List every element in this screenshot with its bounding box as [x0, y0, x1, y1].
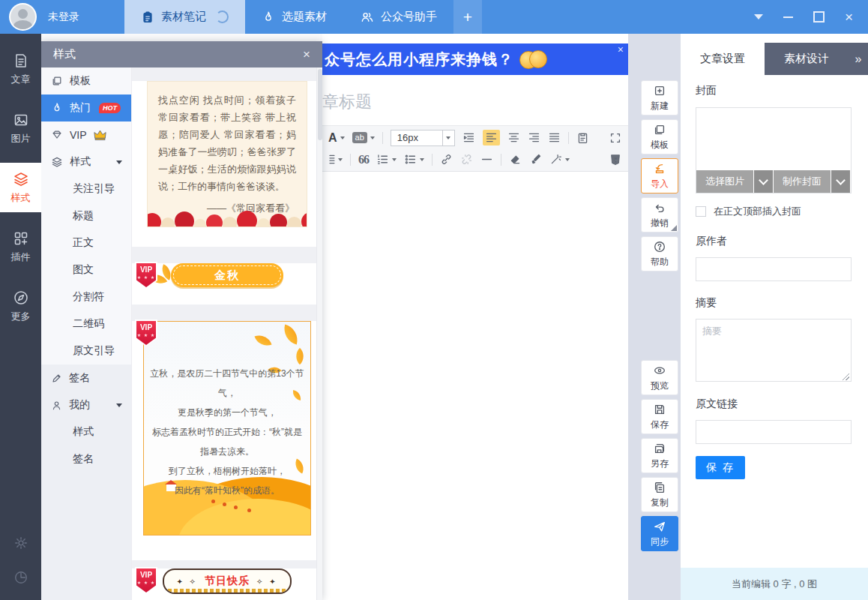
festival-label: 节日快乐: [205, 574, 250, 588]
save-button-strip[interactable]: 保存: [641, 399, 678, 434]
save-article-button[interactable]: 保 存: [696, 456, 745, 479]
unlink-icon[interactable]: [460, 153, 473, 166]
styles-menu-styles[interactable]: 样式: [41, 148, 131, 176]
new-button[interactable]: 新建: [641, 80, 678, 116]
make-cover-button[interactable]: 制作封面: [774, 170, 831, 193]
styles-menu-follow-guide[interactable]: 关注引导: [41, 176, 131, 202]
styles-panel-close-icon[interactable]: ×: [303, 47, 310, 62]
styles-menu-my-styles[interactable]: 样式: [41, 418, 131, 446]
styles-list-scrollbar[interactable]: [316, 68, 322, 600]
coins-icon: [519, 50, 549, 68]
horizontal-rule-icon[interactable]: [480, 153, 493, 166]
font-color-icon[interactable]: A: [328, 131, 345, 145]
tab-topic-material[interactable]: 选题素材: [245, 0, 343, 34]
preview-button[interactable]: 预览: [641, 360, 678, 395]
select-image-button[interactable]: 选择图片: [696, 170, 753, 193]
styles-menu-qrcode[interactable]: 二维码: [41, 310, 131, 338]
align-right-icon[interactable]: [528, 131, 540, 144]
toolbar-row-2: 66 5: [328, 150, 622, 170]
save-as-button[interactable]: 另存: [641, 438, 678, 473]
promo-banner-close-icon[interactable]: ×: [618, 44, 624, 55]
indent-icon[interactable]: [462, 131, 475, 144]
author-input[interactable]: [696, 257, 852, 281]
insert-cover-checkbox-row: 在正文顶部插入封面: [696, 205, 852, 218]
paste-icon[interactable]: [576, 131, 589, 144]
make-cover-dropdown-icon[interactable]: [831, 170, 850, 193]
tab-article-settings[interactable]: 文章设置: [681, 43, 765, 75]
styles-menu-heading[interactable]: 标题: [41, 202, 131, 230]
format-brush-icon[interactable]: [529, 153, 542, 166]
eraser-icon[interactable]: [509, 153, 522, 166]
minimize-icon[interactable]: [783, 16, 793, 18]
highlight-icon[interactable]: ab: [352, 132, 375, 143]
add-tab-button[interactable]: +: [453, 0, 482, 34]
tab-official-account-helper[interactable]: 公众号助手: [343, 0, 453, 34]
import-button[interactable]: 导入: [641, 158, 678, 194]
styles-menu-signature[interactable]: 签名: [41, 364, 131, 392]
gear-icon[interactable]: [13, 536, 28, 554]
template-button[interactable]: 模板: [641, 119, 678, 154]
styles-menu-divider[interactable]: 分割符: [41, 284, 131, 310]
refresh-icon[interactable]: [216, 10, 229, 23]
hot-badge: HOT: [99, 103, 121, 113]
help-button[interactable]: 帮助: [641, 236, 678, 272]
editor-area[interactable]: 众号怎么用小程序来挣钱？ × 文章标题 A ab 16px: [322, 34, 628, 600]
sparkle-decor-left: ✦ ✧: [176, 578, 198, 586]
sidebar-item-styles[interactable]: 样式: [0, 163, 41, 212]
copy-button[interactable]: 复制: [641, 477, 678, 512]
sidebar-item-article[interactable]: 文章: [0, 44, 41, 94]
fullscreen-icon[interactable]: [609, 131, 622, 145]
close-icon[interactable]: ×: [845, 10, 853, 24]
tab-material-design[interactable]: 素材设计: [765, 43, 849, 75]
dropdown-arrow-icon[interactable]: [754, 14, 763, 20]
line-height-icon[interactable]: [328, 153, 343, 166]
sidebar-item-image[interactable]: 图片: [0, 104, 41, 153]
sidebar-item-more[interactable]: 更多: [0, 281, 41, 331]
sync-button[interactable]: 同步: [641, 516, 678, 551]
link-icon[interactable]: [440, 153, 453, 166]
login-status[interactable]: 未登录: [48, 10, 79, 24]
style-item-golden-autumn[interactable]: VIP★ ★ ★ 金秋: [132, 263, 322, 304]
flowers-decoration: [147, 207, 307, 227]
source-link-input[interactable]: [696, 420, 852, 444]
styles-menu-body-text[interactable]: 正文: [41, 230, 131, 256]
app-window: 众号怎么用小程序来挣钱？ × 文章标题 A ab 16px: [0, 0, 868, 600]
summary-textarea[interactable]: [696, 319, 852, 382]
font-size-select[interactable]: 16px: [391, 130, 443, 146]
tab-material-notes[interactable]: 素材笔记: [124, 0, 245, 34]
styles-menu: 模板 热门 HOT VIP 样式: [41, 68, 132, 600]
avatar[interactable]: [9, 3, 37, 31]
ordered-list-icon[interactable]: [376, 153, 397, 166]
collapse-panel-icon[interactable]: »: [849, 43, 868, 75]
maximize-icon[interactable]: [813, 11, 825, 22]
styles-menu-hot[interactable]: 热门 HOT: [41, 94, 131, 122]
style-item-liqiu-card[interactable]: VIP★ ★ ★ 立秋，是农历二十四节气中的第13个节 气， 更是秋季的第一个节…: [132, 321, 322, 560]
style-item-quote-card[interactable]: 找点空闲 找点时间；领着孩子 常回家看看；带上笑容 带上祝愿；陪同爱人 常回家看…: [132, 81, 322, 247]
styles-menu-template[interactable]: 模板: [41, 68, 131, 94]
promo-banner[interactable]: 众号怎么用小程序来挣钱？ ×: [322, 44, 628, 75]
usage-pie-icon[interactable]: [13, 570, 28, 588]
styles-menu-image-text[interactable]: 图文: [41, 256, 131, 284]
sidebar-bottom: [13, 536, 28, 588]
blockquote-icon[interactable]: 66: [358, 153, 369, 166]
source-link-label: 原文链接: [696, 398, 852, 411]
styles-menu-vip[interactable]: VIP: [41, 122, 131, 148]
align-center-icon[interactable]: [507, 131, 520, 144]
font-size-dropdown-icon[interactable]: [443, 130, 455, 146]
author-label: 原作者: [696, 235, 852, 248]
select-image-dropdown-icon[interactable]: [754, 170, 773, 193]
style-item-festival-banner[interactable]: VIP★ ★ ★ ✦ ✧ 节日快乐 ✧ ✦: [132, 568, 322, 600]
undo-button[interactable]: 撤销: [641, 197, 678, 232]
chevron-down-icon: [116, 404, 122, 407]
justify-icon[interactable]: [548, 131, 561, 144]
styles-menu-source-guide[interactable]: 原文引导: [41, 338, 131, 364]
unordered-list-icon[interactable]: [404, 153, 424, 166]
styles-menu-my-signature[interactable]: 签名: [41, 446, 131, 472]
styles-menu-mine[interactable]: 我的: [41, 392, 131, 418]
magic-wand-icon[interactable]: [549, 153, 570, 166]
align-left-icon[interactable]: [483, 130, 500, 146]
html5-icon[interactable]: 5: [609, 153, 622, 166]
cover-preview-box[interactable]: 选择图片 制作封面: [696, 107, 852, 194]
insert-cover-checkbox[interactable]: [696, 206, 706, 217]
sidebar-item-plugins[interactable]: 插件: [0, 222, 41, 272]
